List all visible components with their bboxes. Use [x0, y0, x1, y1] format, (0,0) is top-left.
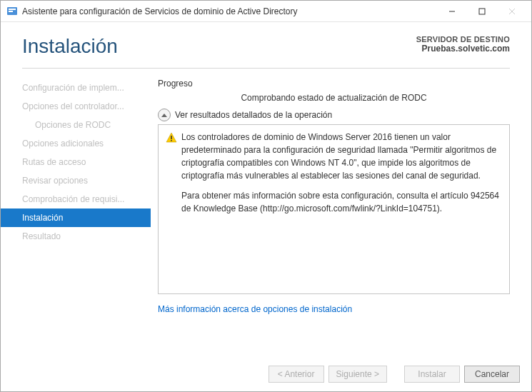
- warning-row: Los controladores de dominio de Windows …: [166, 131, 502, 222]
- minimize-button[interactable]: [437, 1, 467, 21]
- next-button: Siguiente >: [328, 366, 387, 383]
- chevron-up-icon: [158, 109, 171, 121]
- main-pane: Progreso Comprobando estado de actualiza…: [151, 73, 531, 358]
- sidebar-item-paths: Rutas de acceso: [1, 153, 151, 171]
- svg-rect-8: [171, 136, 172, 139]
- warning-icon: [166, 132, 177, 144]
- destination-label: SERVIDOR DE DESTINO: [416, 35, 510, 44]
- sidebar-item-installation[interactable]: Instalación: [1, 208, 151, 227]
- sidebar-item-additional-options: Opciones adicionales: [1, 134, 151, 153]
- warning-text: Los controladores de dominio de Windows …: [181, 131, 502, 222]
- svg-rect-4: [479, 9, 485, 14]
- titlebar: Asistente para configuración de Servicio…: [1, 1, 531, 22]
- maximize-button[interactable]: [467, 1, 497, 21]
- svg-rect-9: [171, 140, 172, 141]
- sidebar-item-rodc-options: Opciones de RODC: [1, 116, 151, 134]
- install-button: Instalar: [404, 366, 460, 383]
- warning-paragraph-1: Los controladores de dominio de Windows …: [181, 131, 502, 182]
- expander-label: Ver resultados detallados de la operació…: [175, 110, 332, 120]
- results-box: Los controladores de dominio de Windows …: [158, 124, 510, 294]
- warning-paragraph-2: Para obtener más información sobre esta …: [181, 189, 502, 215]
- sidebar-item-results: Resultado: [1, 227, 151, 246]
- page-title: Instalación: [22, 35, 118, 58]
- window-title: Asistente para configuración de Servicio…: [22, 6, 437, 16]
- main-area: Configuración de implem... Opciones del …: [1, 69, 531, 358]
- sidebar-item-prereq-check: Comprobación de requisi...: [1, 190, 151, 208]
- button-bar: < Anterior Siguiente > Instalar Cancelar: [1, 358, 531, 391]
- progress-label: Progreso: [158, 79, 510, 89]
- window-controls: [437, 1, 527, 21]
- close-button: [497, 1, 527, 21]
- svg-rect-1: [9, 9, 16, 10]
- results-expander[interactable]: Ver resultados detallados de la operació…: [158, 109, 510, 121]
- destination-value: Pruebas.solvetic.com: [416, 44, 510, 54]
- sidebar-item-controller-options: Opciones del controlador...: [1, 97, 151, 116]
- previous-button: < Anterior: [268, 366, 324, 383]
- wizard-window: Asistente para configuración de Servicio…: [0, 0, 532, 392]
- status-text: Comprobando estado de actualización de R…: [158, 93, 510, 103]
- content-area: Instalación SERVIDOR DE DESTINO Pruebas.…: [1, 22, 531, 391]
- header: Instalación SERVIDOR DE DESTINO Pruebas.…: [1, 22, 531, 65]
- app-icon: [6, 6, 18, 17]
- sidebar: Configuración de implem... Opciones del …: [1, 73, 151, 358]
- more-info-link[interactable]: Más información acerca de opciones de in…: [158, 304, 510, 314]
- cancel-button[interactable]: Cancelar: [464, 366, 520, 383]
- svg-rect-2: [9, 11, 13, 12]
- sidebar-item-deployment: Configuración de implem...: [1, 79, 151, 97]
- destination-info: SERVIDOR DE DESTINO Pruebas.solvetic.com: [416, 35, 510, 54]
- sidebar-item-review: Revisar opciones: [1, 171, 151, 190]
